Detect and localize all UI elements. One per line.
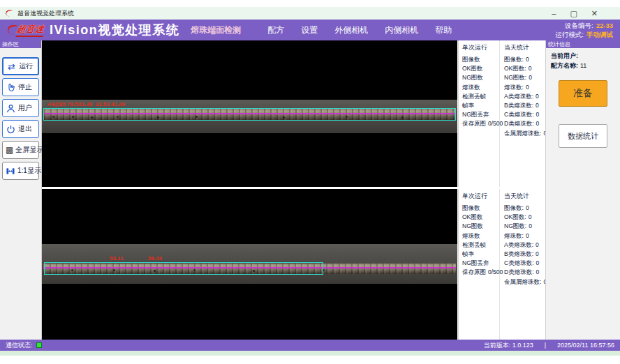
stop-button[interactable]: 停止 [2, 78, 39, 96]
stat-label: D类熔珠数: [504, 268, 534, 275]
stat-row: OK图数 [462, 213, 499, 220]
stat-row: C类熔珠数: 0 [504, 259, 547, 266]
stat-row: 熔珠数 [462, 84, 499, 91]
stat-label: 金属屑熔珠数: [504, 278, 541, 285]
separator: | [545, 342, 546, 349]
stats-panel-inner: 单次运行 图像数 OK图数 NG图数 熔珠数 检测丢帧 帧率 [458, 189, 545, 340]
app-icon [4, 9, 14, 17]
exit-button[interactable]: 退出 [2, 120, 39, 138]
power-icon [6, 124, 16, 135]
one-to-one-button[interactable]: 1:1显示 [2, 162, 39, 180]
today-stats-header: 当天统计 [504, 192, 547, 201]
stat-row: NG图数: 0 [504, 222, 547, 229]
operation-panel-title: 操作区 [0, 40, 41, 48]
menu-item-settings[interactable]: 设置 [301, 24, 318, 36]
menu-item-recipe[interactable]: 配方 [267, 24, 284, 36]
weld-line-overlay [44, 113, 455, 114]
stat-row: 保存原图 0/500 [462, 120, 499, 127]
stat-row: 检测丢帧 [462, 241, 499, 248]
run-stats-column: 单次运行 图像数 OK图数 NG图数 熔珠数 检测丢帧 帧率 [459, 189, 500, 340]
stat-row: OK图数 [462, 65, 499, 72]
measurement-text-left: 53.11 [110, 255, 124, 261]
statistics-info-panel: 统计信息 当前用户: 配方名称:11 准备 数据统计 [545, 40, 620, 340]
today-stats-column: 当天统计 图像数: 0 OK图数: 0 NG图数: 0 熔珠数: 0 A类熔珠数… [500, 189, 547, 340]
user-button-label: 用户 [18, 103, 32, 113]
stat-row: OK图数: 0 [504, 213, 547, 220]
stat-row: D类熔珠数: 0 [504, 268, 547, 275]
comm-status-label: 通信状态: [6, 341, 33, 350]
grid-icon: ▩ [6, 145, 13, 156]
stat-label: NG图数 [462, 222, 483, 229]
bead-marks [52, 116, 54, 118]
current-user-row: 当前用户: [551, 52, 580, 61]
stat-value: 0 [536, 241, 539, 248]
detection-box [44, 262, 323, 275]
stat-row: A类熔珠数: 0 [504, 241, 547, 248]
exit-button-label: 退出 [18, 124, 32, 134]
status-bar: 通信状态: 当前版本: 1.0.123 | 2025/02/11 16:57:5… [0, 340, 620, 351]
fullscreen-button-label: 全屏显示 [15, 145, 43, 155]
current-user-label: 当前用户: [551, 52, 578, 59]
stat-label: 图像数 [462, 56, 480, 63]
stat-label: 帧率 [462, 102, 474, 109]
sync-icon: ⇄ [6, 61, 17, 72]
stat-value: 0 [526, 204, 529, 211]
stat-row: C类熔珠数: 0 [504, 111, 547, 118]
maximize-button[interactable]: ▢ [570, 7, 577, 20]
stat-value: 0 [529, 222, 532, 229]
camera-feed-inner: 53.11 56.43 [42, 244, 457, 284]
user-icon [6, 103, 16, 114]
stat-value: 0 [526, 56, 529, 63]
stat-row: 图像数: 0 [504, 56, 547, 63]
detection-strip-outer [43, 108, 456, 121]
close-button[interactable]: ✕ [591, 7, 598, 20]
stat-row: OK图数: 0 [504, 65, 547, 72]
stat-value: 0 [536, 259, 540, 266]
measurement-text: 44@85 79.5X1.49 31.53 41.49 [47, 101, 125, 107]
menu-bar: 配方 设置 外侧相机 内侧相机 帮助 [267, 24, 452, 36]
stat-value: 0 [529, 65, 532, 72]
recipe-name-row: 配方名称:11 [551, 61, 586, 70]
user-button[interactable]: 用户 [2, 99, 39, 117]
stat-value: 0 [536, 268, 540, 275]
stat-label: B类熔珠数: [504, 102, 533, 109]
menu-item-help[interactable]: 帮助 [435, 24, 452, 36]
stat-row: 检测丢帧 [462, 93, 499, 100]
stat-label: C类熔珠数: [504, 259, 534, 266]
today-stats-header: 当天统计 [504, 43, 547, 52]
hand-icon [6, 82, 16, 93]
one-to-one-button-label: 1:1显示 [17, 166, 41, 176]
stat-label: NG图数 [462, 74, 483, 81]
ready-button[interactable]: 准备 [559, 80, 607, 107]
stat-row: 保存原图 0/500 [462, 268, 499, 275]
camera-panel-outer: 44@85 79.5X1.49 31.53 41.49 [42, 40, 457, 187]
main-header: 超音速 IVision视觉处理系统 熔珠端面检测 配方 设置 外侧相机 内侧相机… [0, 20, 620, 40]
stat-label: 熔珠数 [462, 232, 480, 239]
stat-label: 保存原图 [462, 120, 486, 127]
stat-value: 0 [529, 213, 532, 220]
stat-row: 帧率 [462, 250, 499, 257]
menu-item-outer-camera[interactable]: 外侧相机 [334, 24, 368, 36]
stat-label: 熔珠数 [462, 84, 480, 91]
stat-row: NG图丢弃 [462, 111, 499, 118]
comm-status-indicator [36, 342, 42, 348]
run-button[interactable]: ⇄ 运行 [2, 57, 39, 75]
measurement-text-right: 56.43 [148, 255, 162, 261]
device-number-label: 设备编号: [565, 22, 593, 29]
stat-row: NG图数: 0 [504, 74, 547, 81]
fullscreen-button[interactable]: ▩ 全屏显示 [2, 141, 39, 159]
menu-item-inner-camera[interactable]: 内侧相机 [385, 24, 418, 36]
stat-value: 0 [536, 120, 540, 127]
stat-label: 金属屑熔珠数: [504, 130, 541, 137]
datetime-text: 2025/02/11 16:57:56 [557, 342, 614, 349]
data-stats-button[interactable]: 数据统计 [559, 124, 607, 148]
stat-label: A类熔珠数: [504, 93, 533, 100]
stat-label: C类熔珠数: [504, 111, 534, 118]
stat-value: 0 [536, 102, 539, 109]
stat-label: 熔珠数: [504, 232, 524, 239]
stat-row: NG图数 [462, 222, 499, 229]
minimize-button[interactable]: – [552, 7, 556, 20]
stats-panel-outer: 单次运行 图像数 OK图数 NG图数 熔珠数 检测丢帧 帧率 [458, 40, 545, 187]
stat-label: NG图丢弃 [462, 259, 489, 266]
stat-label: 检测丢帧 [462, 93, 486, 100]
